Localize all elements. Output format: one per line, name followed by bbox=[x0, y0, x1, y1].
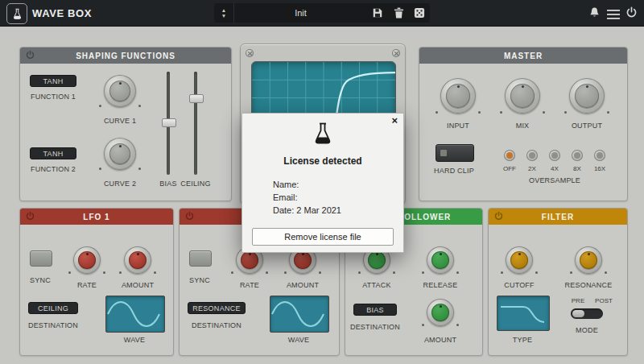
shaping-power-icon[interactable] bbox=[25, 50, 35, 60]
lfo1-power-icon[interactable] bbox=[25, 211, 35, 221]
power-button[interactable] bbox=[625, 6, 638, 22]
remove-license-button[interactable]: Remove license file bbox=[252, 228, 394, 246]
lfo1-rate-knob-cap bbox=[78, 251, 96, 269]
bias-slider[interactable] bbox=[161, 72, 175, 175]
cutoff-knob[interactable] bbox=[506, 246, 533, 274]
license-title: License detected bbox=[242, 155, 403, 167]
app-title: WAVE BOX bbox=[32, 7, 92, 19]
save-preset-button[interactable] bbox=[367, 3, 388, 23]
preset-spinner[interactable]: ▲ ▼ bbox=[214, 3, 234, 23]
lfo1-amount-knob-cap bbox=[129, 251, 147, 269]
function1-select[interactable]: TANH bbox=[30, 75, 76, 87]
lfo1-sync-button[interactable] bbox=[30, 250, 52, 267]
lfo1-amount-label: AMOUNT bbox=[120, 281, 155, 289]
curve2-label: CURVE 2 bbox=[97, 180, 143, 188]
delete-preset-button[interactable] bbox=[388, 3, 409, 23]
random-preset-button[interactable] bbox=[409, 3, 430, 23]
lfo1-destination-select[interactable]: CEILING bbox=[28, 302, 78, 314]
filter-header: FILTER bbox=[489, 209, 627, 225]
lfo2-destination-select[interactable]: RESONANCE bbox=[188, 302, 246, 314]
lfo1-rate-knob[interactable] bbox=[73, 246, 101, 274]
lfo2-wave-label: WAVE bbox=[281, 336, 316, 344]
ceiling-slider-handle[interactable] bbox=[189, 94, 204, 103]
lfo2-power-icon[interactable] bbox=[184, 211, 195, 221]
hard-clip-button[interactable] bbox=[436, 144, 474, 162]
lfo1-wave-display[interactable] bbox=[105, 296, 165, 333]
oversample-off-label: OFF bbox=[500, 165, 519, 172]
release-knob-cap bbox=[431, 251, 449, 269]
function2-select[interactable]: TANH bbox=[30, 147, 76, 159]
oversample-16x-radio[interactable] bbox=[594, 150, 605, 161]
input-knob[interactable] bbox=[440, 78, 476, 114]
master-title: MASTER bbox=[504, 52, 543, 60]
title-bar: WAVE BOX ▲ ▼ Init bbox=[0, 0, 644, 27]
preset-up-icon[interactable]: ▲ bbox=[221, 7, 226, 13]
mode-toggle-handle[interactable] bbox=[572, 310, 584, 317]
oversample-off-led bbox=[506, 152, 513, 159]
pre-label: PRE bbox=[568, 297, 588, 304]
lfo1-rate-label: RATE bbox=[69, 281, 105, 289]
shaping-functions-header: SHAPING FUNCTIONS bbox=[20, 48, 231, 64]
oversample-2x-radio[interactable] bbox=[526, 150, 538, 161]
menu-button[interactable] bbox=[607, 8, 620, 23]
input-knob-cap bbox=[446, 84, 470, 108]
curve2-knob[interactable] bbox=[104, 138, 136, 170]
preset-down-icon[interactable]: ▼ bbox=[221, 13, 226, 19]
mode-toggle[interactable] bbox=[571, 308, 603, 319]
notifications-button[interactable] bbox=[588, 6, 601, 22]
filter-type-display[interactable] bbox=[497, 296, 550, 331]
lfo1-amount-knob[interactable] bbox=[124, 246, 151, 274]
power-icon bbox=[625, 6, 638, 19]
mix-knob-cap bbox=[510, 84, 535, 108]
mix-knob[interactable] bbox=[505, 78, 540, 114]
lfo1-panel: LFO 1 SYNC RATE AMOUNT CEILING DESTINATI… bbox=[19, 208, 174, 356]
close-icon[interactable]: × bbox=[391, 114, 398, 127]
oversample-off-radio[interactable] bbox=[504, 150, 515, 161]
lfo2-destination-label: DESTINATION bbox=[188, 321, 245, 329]
env-destination-label: DESTINATION bbox=[347, 323, 403, 331]
output-knob[interactable] bbox=[569, 78, 605, 114]
release-label: RELEASE bbox=[423, 281, 458, 289]
lfo2-rate-knob-cap bbox=[241, 251, 258, 269]
filter-title: FILTER bbox=[542, 213, 574, 221]
curve1-label: CURVE 1 bbox=[97, 117, 143, 125]
filter-type-label: TYPE bbox=[505, 336, 540, 344]
curve1-knob[interactable] bbox=[104, 75, 136, 107]
sine-wave-icon bbox=[106, 296, 164, 332]
ceiling-slider[interactable] bbox=[188, 72, 203, 175]
trash-icon bbox=[394, 7, 404, 19]
release-knob[interactable] bbox=[427, 246, 454, 274]
hard-clip-label: HARD CLIP bbox=[427, 167, 481, 175]
sine-wave-icon bbox=[270, 296, 328, 332]
license-date-line: Date: 2 Mar 2021 bbox=[273, 205, 341, 215]
input-label: INPUT bbox=[434, 122, 482, 130]
oversample-8x-radio[interactable] bbox=[572, 150, 583, 161]
oversample-4x-led bbox=[551, 152, 558, 159]
env-amount-knob-cap bbox=[431, 304, 449, 321]
filter-power-icon[interactable] bbox=[493, 211, 504, 221]
curve2-knob-cap bbox=[109, 143, 130, 164]
oversample-16x-label: 16X bbox=[590, 165, 609, 172]
lfo1-destination-label: DESTINATION bbox=[25, 321, 81, 329]
attack-label: ATTACK bbox=[359, 281, 394, 289]
lfo1-header: LFO 1 bbox=[20, 209, 173, 225]
lowpass-curve-icon bbox=[497, 296, 549, 330]
output-label: OUTPUT bbox=[563, 122, 611, 130]
env-amount-knob[interactable] bbox=[427, 299, 454, 326]
lfo2-sync-button[interactable] bbox=[189, 250, 212, 267]
lfo2-wave-display[interactable] bbox=[270, 296, 329, 333]
lfo2-amount-knob-cap bbox=[294, 251, 312, 269]
env-destination-select[interactable]: BIAS bbox=[353, 304, 397, 316]
oversample-4x-label: 4X bbox=[545, 165, 564, 172]
plugin-window: WAVE BOX ▲ ▼ Init bbox=[0, 0, 644, 364]
filter-resonance-label: RESONANCE bbox=[564, 281, 613, 289]
mix-label: MIX bbox=[498, 122, 547, 130]
preset-name[interactable]: Init bbox=[234, 3, 367, 23]
lfo1-title: LFO 1 bbox=[83, 213, 109, 221]
function1-label: FUNCTION 1 bbox=[25, 93, 81, 101]
filter-resonance-knob-cap bbox=[580, 251, 597, 269]
oversample-4x-radio[interactable] bbox=[549, 150, 560, 161]
bias-slider-handle[interactable] bbox=[162, 118, 176, 127]
filter-resonance-knob[interactable] bbox=[575, 246, 602, 274]
lfo2-amount-label: AMOUNT bbox=[285, 281, 320, 289]
